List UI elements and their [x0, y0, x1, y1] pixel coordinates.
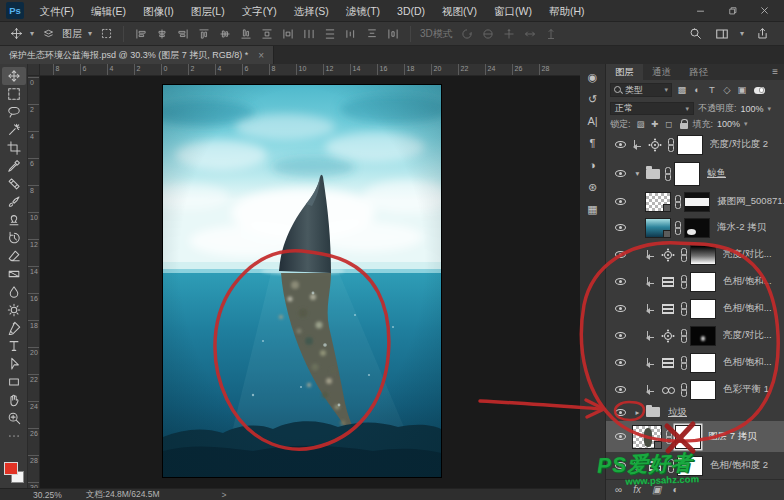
distribute-left-icon[interactable] [280, 26, 296, 42]
auto-select-target-label[interactable]: 图层 [62, 27, 82, 41]
panel-menu-icon[interactable]: ≡ [772, 64, 784, 80]
workspace-icon[interactable] [714, 26, 730, 42]
align-v-centers-icon[interactable] [217, 26, 233, 42]
hue-saturation-adjustment-icon[interactable] [659, 274, 677, 289]
visibility-eye-icon[interactable] [611, 275, 629, 289]
layer-mask-thumbnail[interactable] [690, 272, 716, 292]
filter-smart-icon[interactable]: ▣ [735, 83, 749, 97]
close-button[interactable] [758, 5, 770, 17]
group-thumbnail[interactable] [674, 162, 700, 186]
mask-link-icon[interactable] [680, 356, 687, 369]
filter-type-icon[interactable]: T [705, 83, 719, 97]
history-panel-icon[interactable]: ↺ [583, 92, 603, 107]
path-select-tool[interactable] [2, 355, 26, 373]
3d-roll-icon[interactable] [480, 26, 496, 42]
menu-item[interactable]: 视图(V) [434, 0, 486, 22]
opacity-value[interactable]: 100% [741, 104, 764, 114]
mask-link-icon[interactable] [680, 329, 687, 342]
menu-item[interactable]: 文件(F) [31, 0, 82, 22]
opacity-chevron-icon[interactable]: ▾ [768, 105, 772, 113]
eraser-tool[interactable] [2, 247, 26, 265]
menu-item[interactable]: 窗口(W) [486, 0, 541, 22]
layer-row[interactable]: 色相/饱和... [606, 295, 784, 322]
canvas-area[interactable] [40, 76, 580, 488]
layer-mask-thumbnail[interactable] [677, 456, 703, 476]
minimize-button[interactable] [694, 5, 706, 17]
visibility-eye-icon[interactable] [611, 302, 629, 316]
layer-effects-icon[interactable]: fx [633, 481, 641, 499]
visibility-eye-icon[interactable] [611, 430, 629, 444]
layer-row[interactable]: 海水-2 拷贝 [606, 214, 784, 241]
3d-scale-icon[interactable] [543, 26, 559, 42]
tab-channels[interactable]: 通道 [643, 64, 680, 80]
workspace-chevron-icon[interactable]: ▾ [740, 29, 744, 38]
layer-name[interactable]: 亮度/对比度 2 [710, 138, 768, 151]
tool-preset-chevron-icon[interactable]: ▾ [30, 29, 34, 38]
visibility-eye-icon[interactable] [611, 167, 629, 181]
align-top-edges-icon[interactable] [196, 26, 212, 42]
visibility-eye-icon[interactable] [611, 383, 629, 397]
mask-link-icon[interactable] [680, 302, 687, 315]
chevron-right-icon[interactable]: ▸ [632, 408, 643, 417]
left-ruler[interactable]: 024681012141618202224262830 [28, 76, 40, 488]
distribute-top-icon[interactable] [259, 26, 275, 42]
show-transform-controls-icon[interactable] [98, 26, 114, 42]
layer-row[interactable]: 色相/饱和... [606, 268, 784, 295]
menu-item[interactable]: 滤镜(T) [337, 0, 388, 22]
clone-stamp-tool[interactable] [2, 211, 26, 229]
visibility-eye-icon[interactable] [611, 195, 629, 209]
properties-panel-icon[interactable]: ◉ [583, 70, 603, 85]
brightness-adjustment-icon[interactable] [659, 247, 677, 262]
distribute-spacing-v-icon[interactable] [364, 26, 380, 42]
brightness-adjustment-icon[interactable] [646, 137, 664, 152]
move-tool[interactable] [2, 67, 26, 85]
menu-item[interactable]: 帮助(H) [541, 0, 594, 22]
hue-saturation-adjustment-icon[interactable] [659, 301, 677, 316]
color-balance-adjustment-icon[interactable] [659, 382, 677, 397]
group-name[interactable]: 垃圾 [668, 406, 687, 419]
layer-row[interactable]: 色相/饱和... [606, 349, 784, 376]
align-h-centers-icon[interactable] [154, 26, 170, 42]
visibility-eye-icon[interactable] [611, 138, 629, 152]
crop-tool[interactable] [2, 139, 26, 157]
hue-saturation-adjustment-icon[interactable] [646, 458, 664, 473]
gradient-tool[interactable] [2, 265, 26, 283]
brush-tool[interactable] [2, 193, 26, 211]
auto-select-chevron-icon[interactable]: ▾ [88, 29, 92, 38]
3d-pan-icon[interactable] [501, 26, 517, 42]
filter-pixel-icon[interactable]: ▩ [675, 83, 689, 97]
mask-link-icon[interactable] [664, 167, 671, 180]
menu-item[interactable]: 选择(S) [285, 0, 337, 22]
foreground-color-swatch[interactable] [4, 462, 18, 475]
layer-mask-thumbnail[interactable] [690, 353, 716, 373]
lasso-tool[interactable] [2, 103, 26, 121]
photoshop-logo[interactable]: Ps [6, 2, 24, 19]
marquee-tool[interactable] [2, 85, 26, 103]
layer-name[interactable]: 摄图网_500871... [717, 195, 784, 208]
filter-adjustment-icon[interactable]: ◐ [690, 83, 704, 97]
ruler-corner[interactable] [28, 64, 40, 76]
layer-row[interactable]: 亮度/对比... [606, 241, 784, 268]
visibility-eye-icon[interactable] [611, 459, 629, 473]
patterns-panel-icon[interactable]: ▦ [583, 202, 603, 217]
lock-transparency-icon[interactable]: ▨ [635, 119, 647, 130]
menu-item[interactable]: 图像(I) [134, 0, 182, 22]
lock-position-icon[interactable]: ✚ [649, 119, 661, 130]
tab-close-icon[interactable]: × [258, 50, 264, 61]
group-row[interactable]: ▸ 垃圾 [606, 403, 784, 421]
hue-saturation-adjustment-icon[interactable] [659, 355, 677, 370]
zoom-level-field[interactable]: 30.25% [33, 490, 62, 500]
fill-chevron-icon[interactable]: ▾ [744, 120, 748, 128]
align-right-edges-icon[interactable] [175, 26, 191, 42]
tab-paths[interactable]: 路径 [680, 64, 717, 80]
layer-row[interactable]: 亮度/对比... [606, 322, 784, 349]
menu-item[interactable]: 编辑(E) [82, 0, 134, 22]
restore-button[interactable] [726, 5, 738, 17]
layer-mask-thumbnail[interactable] [684, 218, 710, 238]
visibility-eye-icon[interactable] [611, 405, 629, 419]
distribute-spacing-h-icon[interactable] [343, 26, 359, 42]
mask-link-icon[interactable] [667, 459, 674, 472]
mask-link-icon[interactable] [667, 138, 674, 151]
layer-mask-thumbnail[interactable] [690, 299, 716, 319]
document-tab[interactable]: 保护生态环境公益海报.psd @ 30.3% (图层 7 拷贝, RGB/8) … [0, 46, 274, 64]
